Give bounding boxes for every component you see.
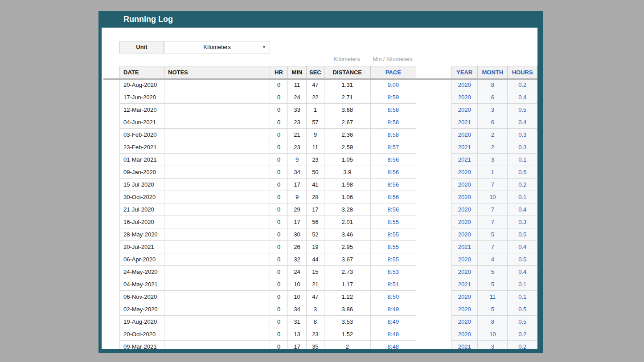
cell-pace[interactable]: 8:56 (370, 166, 416, 179)
cell-hours[interactable]: 0.1 (508, 154, 537, 166)
cell-pace[interactable]: 9:00 (370, 79, 416, 91)
cell-pace[interactable]: 8:58 (370, 129, 416, 141)
cell-pace[interactable]: 8:56 (370, 191, 416, 203)
cell-pace[interactable]: 8:53 (370, 266, 416, 278)
cell-notes[interactable] (164, 129, 270, 141)
cell-hr[interactable]: 0 (270, 154, 288, 166)
cell-year[interactable]: 2020 (451, 266, 478, 278)
cell-sec[interactable]: 35 (307, 341, 324, 350)
cell-year[interactable]: 2020 (451, 203, 478, 216)
cell-date[interactable]: 15-Jul-2020 (120, 179, 164, 191)
cell-pace[interactable]: 8:57 (370, 141, 416, 154)
cell-min[interactable]: 23 (288, 116, 307, 129)
cell-month[interactable]: 7 (478, 203, 508, 216)
cell-month[interactable]: 3 (478, 104, 508, 116)
cell-month[interactable]: 5 (478, 266, 508, 278)
cell-distance[interactable]: 1.06 (324, 191, 370, 203)
cell-month[interactable]: 6 (478, 91, 508, 104)
cell-pace[interactable]: 8:56 (370, 179, 416, 191)
cell-pace[interactable]: 8:55 (370, 241, 416, 253)
cell-date[interactable]: 04-May-2021 (120, 278, 164, 291)
cell-sec[interactable]: 28 (307, 191, 324, 203)
cell-sec[interactable]: 11 (307, 141, 324, 154)
cell-min[interactable]: 34 (288, 303, 307, 316)
cell-hr[interactable]: 0 (270, 141, 288, 154)
cell-hr[interactable]: 0 (270, 303, 288, 316)
cell-min[interactable]: 10 (288, 291, 307, 303)
cell-hr[interactable]: 0 (270, 253, 288, 266)
cell-pace[interactable]: 8:56 (370, 203, 416, 216)
cell-sec[interactable]: 8 (307, 316, 324, 328)
cell-notes[interactable] (164, 241, 270, 253)
cell-hr[interactable]: 0 (270, 328, 288, 341)
cell-min[interactable]: 24 (288, 266, 307, 278)
cell-notes[interactable] (164, 179, 270, 191)
cell-month[interactable]: 6 (478, 116, 508, 129)
cell-pace[interactable]: 8:51 (370, 278, 416, 291)
cell-date[interactable]: 21-Jul-2020 (120, 203, 164, 216)
cell-notes[interactable] (164, 216, 270, 228)
cell-min[interactable]: 33 (288, 104, 307, 116)
cell-hr[interactable]: 0 (270, 179, 288, 191)
cell-pace[interactable]: 8:56 (370, 154, 416, 166)
cell-month[interactable]: 2 (478, 129, 508, 141)
cell-hours[interactable]: 0.5 (508, 303, 537, 316)
cell-distance[interactable]: 1.52 (324, 328, 370, 341)
cell-pace[interactable]: 8:58 (370, 116, 416, 129)
cell-hr[interactable]: 0 (270, 129, 288, 141)
cell-date[interactable]: 20-Aug-2020 (120, 79, 164, 91)
cell-notes[interactable] (164, 104, 270, 116)
cell-hr[interactable]: 0 (270, 241, 288, 253)
cell-year[interactable]: 2020 (451, 191, 478, 203)
cell-month[interactable]: 10 (478, 191, 508, 203)
cell-hours[interactable]: 0.3 (508, 129, 537, 141)
cell-notes[interactable] (164, 166, 270, 179)
cell-date[interactable]: 17-Jun-2020 (120, 91, 164, 104)
cell-hr[interactable]: 0 (270, 291, 288, 303)
cell-year[interactable]: 2020 (451, 79, 478, 91)
cell-hr[interactable]: 0 (270, 278, 288, 291)
cell-date[interactable]: 03-Feb-2020 (120, 129, 164, 141)
cell-hr[interactable]: 0 (270, 228, 288, 241)
cell-year[interactable]: 2020 (451, 216, 478, 228)
cell-pace[interactable]: 8:48 (370, 341, 416, 350)
cell-min[interactable]: 13 (288, 328, 307, 341)
cell-sec[interactable]: 21 (307, 278, 324, 291)
cell-hr[interactable]: 0 (270, 216, 288, 228)
cell-year[interactable]: 2020 (451, 291, 478, 303)
cell-date[interactable]: 28-May-2020 (120, 228, 164, 241)
cell-date[interactable]: 06-Apr-2020 (120, 253, 164, 266)
cell-year[interactable]: 2021 (451, 116, 478, 129)
cell-date[interactable]: 02-May-2020 (120, 303, 164, 316)
cell-hr[interactable]: 0 (270, 341, 288, 350)
cell-month[interactable]: 11 (478, 291, 508, 303)
cell-distance[interactable]: 1.22 (324, 291, 370, 303)
cell-min[interactable]: 10 (288, 278, 307, 291)
cell-notes[interactable] (164, 191, 270, 203)
cell-hours[interactable]: 0.1 (508, 191, 537, 203)
cell-distance[interactable]: 1.98 (324, 179, 370, 191)
cell-month[interactable]: 5 (478, 303, 508, 316)
cell-pace[interactable]: 8:58 (370, 104, 416, 116)
cell-notes[interactable] (164, 266, 270, 278)
cell-notes[interactable] (164, 328, 270, 341)
cell-distance[interactable]: 3.68 (324, 104, 370, 116)
cell-hours[interactable]: 0.5 (508, 166, 537, 179)
cell-distance[interactable]: 2 (324, 341, 370, 350)
cell-distance[interactable]: 1.17 (324, 278, 370, 291)
cell-sec[interactable]: 9 (307, 129, 324, 141)
cell-month[interactable]: 8 (478, 316, 508, 328)
cell-hours[interactable]: 0.1 (508, 291, 537, 303)
cell-min[interactable]: 32 (288, 253, 307, 266)
cell-hr[interactable]: 0 (270, 266, 288, 278)
cell-distance[interactable]: 3.28 (324, 203, 370, 216)
cell-min[interactable]: 9 (288, 191, 307, 203)
cell-notes[interactable] (164, 79, 270, 91)
cell-date[interactable]: 01-Mar-2021 (120, 154, 164, 166)
cell-sec[interactable]: 50 (307, 166, 324, 179)
cell-hours[interactable]: 0.4 (508, 203, 537, 216)
cell-year[interactable]: 2020 (451, 228, 478, 241)
cell-year[interactable]: 2020 (451, 253, 478, 266)
cell-distance[interactable]: 2.95 (324, 241, 370, 253)
cell-hours[interactable]: 0.2 (508, 341, 537, 350)
